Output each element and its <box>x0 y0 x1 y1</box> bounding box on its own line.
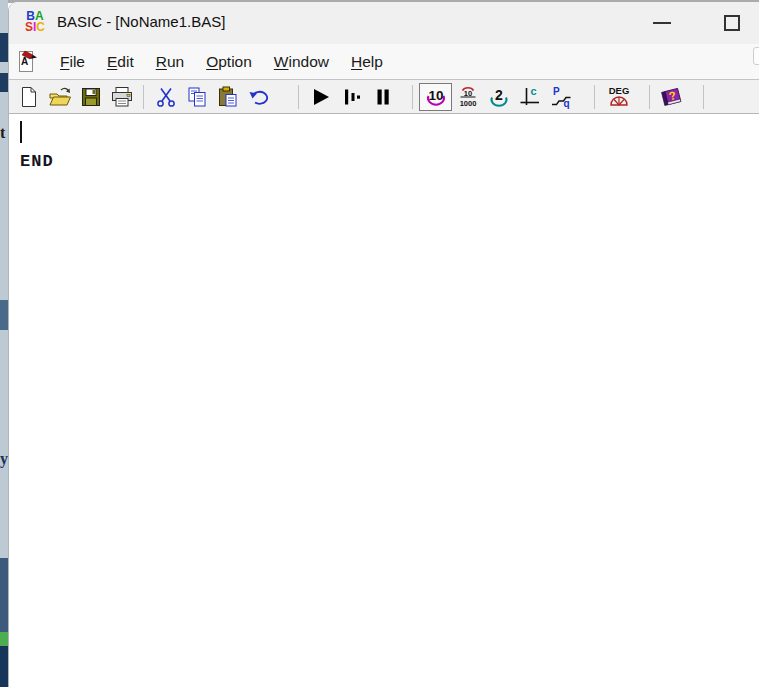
run-icon <box>310 86 332 108</box>
new-file-button[interactable] <box>13 83 44 111</box>
open-file-icon <box>48 86 72 108</box>
background-strip-segment <box>0 646 8 687</box>
background-window-strip: t y <box>0 0 8 687</box>
minimize-icon <box>653 22 671 24</box>
complex-mode-button[interactable]: c <box>514 83 545 111</box>
run-button[interactable] <box>305 83 336 111</box>
titlebar[interactable]: BA SIC BASIC - [NoName1.BAS] <box>9 2 759 44</box>
save-button[interactable] <box>75 83 106 111</box>
copy-button[interactable] <box>181 83 212 111</box>
svg-text:2: 2 <box>495 87 503 103</box>
help-button[interactable]: ? <box>656 83 687 111</box>
text-cursor <box>20 121 22 143</box>
svg-text:1000: 1000 <box>459 98 476 107</box>
svg-text:10: 10 <box>463 88 471 97</box>
menubar: A File Edit Run Option Window Help <box>9 44 759 80</box>
window-title: BASIC - [NoName1.BAS] <box>57 13 225 30</box>
binary-mode-button[interactable]: 2 <box>483 83 514 111</box>
background-text-fragment: y <box>0 450 8 468</box>
menu-window[interactable]: Window <box>263 45 340 79</box>
fraction-mode-icon: P q <box>549 85 573 109</box>
binary-mode-icon: 2 <box>487 85 511 109</box>
degree-mode-button[interactable]: DEG <box>601 83 637 111</box>
editor-line-1 <box>20 118 759 147</box>
toolbar-separator <box>703 85 704 109</box>
editor-doc-icon[interactable]: A <box>17 48 39 75</box>
code-editor[interactable]: END <box>9 114 759 684</box>
step-icon <box>341 86 363 108</box>
background-strip-segment <box>0 33 8 62</box>
step-button[interactable] <box>336 83 367 111</box>
minimize-button[interactable] <box>639 2 685 44</box>
decimal-mode-button[interactable]: 10 <box>419 83 452 111</box>
menu-option[interactable]: Option <box>195 45 263 79</box>
editor-line-2: END <box>20 147 759 176</box>
maximize-button[interactable] <box>709 2 755 44</box>
svg-text:c: c <box>530 85 536 97</box>
toolbar: 10 10 1000 2 <box>9 80 759 114</box>
print-icon <box>110 86 134 108</box>
cut-button[interactable] <box>150 83 181 111</box>
menu-edit[interactable]: Edit <box>96 45 145 79</box>
cut-icon <box>156 86 176 108</box>
editor-doc-icon-svg: A <box>17 48 39 75</box>
basic-logo-icon: BA SIC <box>21 10 49 38</box>
svg-text:10: 10 <box>428 87 443 102</box>
menu-run[interactable]: Run <box>145 45 195 79</box>
basic-window: BA SIC BASIC - [NoName1.BAS] A File <box>8 2 759 687</box>
save-icon <box>80 86 102 108</box>
svg-text:DEG: DEG <box>609 85 630 96</box>
fraction-mode-button[interactable]: P q <box>545 83 576 111</box>
degree-mode-icon: DEG <box>605 85 633 109</box>
paste-icon <box>217 86 239 108</box>
decimal-mode-icon: 10 <box>424 85 448 109</box>
pause-icon <box>372 86 394 108</box>
copy-icon <box>186 86 208 108</box>
svg-text:q: q <box>563 98 569 109</box>
screen: t y BA SIC BASIC - [NoName1.BAS] A <box>0 0 759 687</box>
background-strip-segment <box>0 558 8 632</box>
paste-button[interactable] <box>212 83 243 111</box>
rational-mode-icon: 10 1000 <box>456 85 480 109</box>
toolbar-separator <box>649 85 650 109</box>
undo-button[interactable] <box>243 83 274 111</box>
background-strip-segment <box>0 632 8 646</box>
open-file-button[interactable] <box>44 83 75 111</box>
help-book-icon: ? <box>660 85 684 109</box>
menu-help[interactable]: Help <box>340 45 394 79</box>
mdi-child-window-button[interactable] <box>753 47 759 65</box>
rational-mode-button[interactable]: 10 1000 <box>452 83 483 111</box>
background-strip-segment <box>0 300 8 330</box>
pause-button[interactable] <box>367 83 398 111</box>
print-button[interactable] <box>106 83 137 111</box>
toolbar-separator <box>143 85 144 109</box>
undo-icon <box>247 86 271 108</box>
toolbar-separator <box>594 85 595 109</box>
new-file-icon <box>18 86 40 108</box>
maximize-icon <box>724 15 740 31</box>
menu-file[interactable]: File <box>49 45 96 79</box>
background-text-fragment: t <box>0 124 8 142</box>
background-strip-segment <box>0 73 8 92</box>
svg-text:P: P <box>553 85 560 96</box>
complex-mode-icon: c <box>518 85 542 109</box>
toolbar-separator <box>298 85 299 109</box>
toolbar-separator <box>412 85 413 109</box>
